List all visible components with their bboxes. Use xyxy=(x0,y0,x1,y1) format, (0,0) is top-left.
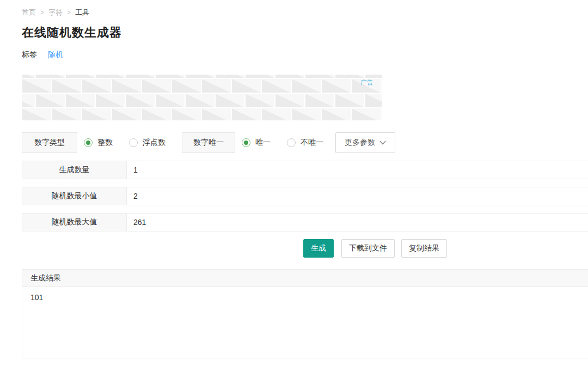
field-row-min: 随机数最小值 2 xyxy=(22,187,588,205)
ad-brick xyxy=(275,94,304,107)
radio-not-unique[interactable]: 不唯一 xyxy=(287,138,323,148)
count-field-label: 生成数量 xyxy=(22,161,127,179)
more-params-button[interactable]: 更多参数 xyxy=(335,132,395,153)
ad-brick xyxy=(322,79,351,93)
tags-label: 标签 xyxy=(22,50,37,60)
ad-brick-row xyxy=(22,78,382,93)
field-row-count: 生成数量 1 xyxy=(22,161,588,179)
ad-brick xyxy=(96,94,125,107)
radio-unselected-icon[interactable] xyxy=(287,138,296,147)
ad-brick xyxy=(382,79,382,93)
count-input[interactable]: 1 xyxy=(127,161,588,179)
min-input[interactable]: 2 xyxy=(127,187,588,205)
field-row-max: 随机数最大值 261 xyxy=(22,213,588,231)
ad-brick xyxy=(22,108,51,120)
radio-float[interactable]: 浮点数 xyxy=(129,138,166,148)
breadcrumb: 首页 > 字符 > 工具 xyxy=(22,0,588,17)
ad-brick xyxy=(246,75,274,78)
tags-row: 标签 随机 xyxy=(22,50,588,60)
ad-brick xyxy=(352,108,381,120)
page-title: 在线随机数生成器 xyxy=(22,25,588,41)
ad-brick xyxy=(96,75,125,78)
ad-brick-row xyxy=(22,93,382,108)
ad-brick xyxy=(156,94,185,107)
breadcrumb-home[interactable]: 首页 xyxy=(22,8,36,17)
breadcrumb-separator: > xyxy=(67,9,71,16)
chevron-down-icon xyxy=(379,141,386,145)
ad-brick xyxy=(365,94,382,107)
ad-brick xyxy=(142,79,171,93)
copy-result-button[interactable]: 复制结果 xyxy=(401,239,447,258)
ad-brick xyxy=(52,79,81,93)
radio-unselected-icon[interactable] xyxy=(129,138,138,147)
max-field-label: 随机数最大值 xyxy=(22,214,127,231)
ad-brick xyxy=(22,75,35,78)
ad-brick xyxy=(202,79,231,93)
ad-brick xyxy=(262,108,291,120)
number-type-label: 数字类型 xyxy=(22,132,77,153)
ad-brick xyxy=(36,75,65,78)
ad-brick xyxy=(186,75,215,78)
ad-brick xyxy=(126,75,155,78)
ad-brick xyxy=(22,94,35,107)
ad-brick xyxy=(66,75,95,78)
result-box: 生成结果 101 xyxy=(22,269,588,358)
ad-brick xyxy=(112,108,141,120)
ad-brick xyxy=(292,79,321,93)
ad-brick-pattern xyxy=(22,75,382,120)
uniqueness-label: 数字唯一 xyxy=(182,132,235,153)
ad-brick xyxy=(142,108,171,120)
breadcrumb-current: 工具 xyxy=(75,8,89,17)
controls-row: 数字类型 整数 浮点数 数字唯一 唯一 不唯一 更多参数 xyxy=(22,132,588,153)
ad-brick xyxy=(292,108,321,120)
ad-brick xyxy=(216,94,244,107)
ad-brick-row xyxy=(22,108,382,120)
radio-unique-label: 唯一 xyxy=(255,138,271,148)
ad-brick xyxy=(126,94,155,107)
main-content: 首页 > 字符 > 工具 在线随机数生成器 标签 随机 广告 数字类型 整数 浮… xyxy=(0,0,588,358)
radio-integer[interactable]: 整数 xyxy=(84,138,113,148)
result-header: 生成结果 xyxy=(22,270,588,287)
ad-brick xyxy=(275,75,304,78)
ad-brick xyxy=(66,94,95,107)
radio-selected-icon[interactable] xyxy=(242,138,250,147)
ad-brick xyxy=(246,94,274,107)
more-params-label: 更多参数 xyxy=(345,138,375,148)
ad-brick xyxy=(322,108,351,120)
radio-not-unique-label: 不唯一 xyxy=(301,138,323,148)
ad-brick xyxy=(156,75,185,78)
generate-button[interactable]: 生成 xyxy=(303,239,334,258)
ad-brick xyxy=(172,108,201,120)
ad-brick xyxy=(112,79,141,93)
actions-row: 生成 下载到文件 复制结果 xyxy=(303,239,588,258)
ad-brick xyxy=(232,79,261,93)
ad-banner[interactable]: 广告 xyxy=(22,75,382,120)
ad-brick xyxy=(82,79,111,93)
ad-label: 广告 xyxy=(360,78,373,87)
tag-random-link[interactable]: 随机 xyxy=(48,50,63,60)
ad-brick xyxy=(262,79,291,93)
ad-brick xyxy=(202,108,231,120)
ad-brick xyxy=(305,75,334,78)
ad-brick xyxy=(22,79,51,93)
ad-brick xyxy=(382,108,382,120)
ad-brick xyxy=(335,94,364,107)
radio-integer-label: 整数 xyxy=(97,138,113,148)
result-value[interactable]: 101 xyxy=(22,287,588,358)
ad-brick xyxy=(232,108,261,120)
ad-brick xyxy=(186,94,215,107)
radio-float-label: 浮点数 xyxy=(143,138,166,148)
min-field-label: 随机数最小值 xyxy=(22,187,127,205)
breadcrumb-separator: > xyxy=(40,9,44,16)
ad-brick xyxy=(172,79,201,93)
radio-unique[interactable]: 唯一 xyxy=(242,138,271,148)
breadcrumb-category[interactable]: 字符 xyxy=(48,8,63,17)
max-input[interactable]: 261 xyxy=(127,214,588,231)
download-button[interactable]: 下载到文件 xyxy=(341,239,395,258)
ad-brick xyxy=(52,108,81,120)
ad-brick xyxy=(82,108,111,120)
ad-brick xyxy=(36,94,65,107)
ad-brick-row xyxy=(22,75,382,78)
radio-selected-icon[interactable] xyxy=(84,138,93,147)
ad-brick xyxy=(305,94,334,107)
